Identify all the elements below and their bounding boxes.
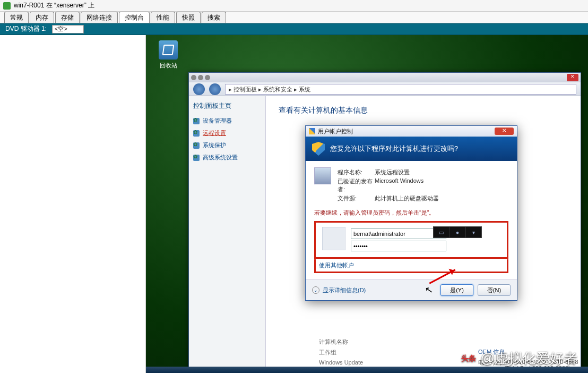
uac-dialog: 用户帐户控制 ✕ 您要允许以下程序对此计算机进行更改吗? 程序名称:系统远程设置… (305, 125, 517, 301)
show-details[interactable]: ⌄ 显示详细信息(D) (312, 286, 366, 294)
watermark: 头条 @虚拟化爱好者 (461, 349, 577, 368)
tab-1[interactable]: 内存 (30, 12, 54, 23)
dvd-bar: DVD 驱动器 1: <空> (0, 23, 588, 35)
gear-icon (193, 118, 200, 124)
window-controls[interactable]: ✕ (567, 74, 578, 81)
xen-title-text: win7-R001 在 “xenserver” 上 (14, 1, 94, 10)
cursor-icon: ↖ (424, 284, 434, 296)
link-item[interactable]: 计算机名称 (319, 338, 383, 346)
link-item[interactable]: Windows Update (319, 359, 383, 366)
tab-7[interactable]: 搜索 (202, 12, 226, 23)
uac-titlebar[interactable]: 用户帐户控制 ✕ (306, 126, 517, 137)
cp-titlebar[interactable]: ✕ (189, 73, 581, 82)
shield-icon (312, 142, 325, 156)
xen-icon (3, 2, 11, 10)
xen-tabs: 常规内存存储网络连接控制台性能快照搜索 (0, 12, 588, 23)
uac-title-text: 用户帐户控制 (318, 128, 353, 135)
sidebar-item-3[interactable]: 高级系统设置 (193, 154, 261, 162)
cp-sidebar: 控制面板主页 设备管理器远程设置系统保护高级系统设置 (189, 96, 266, 369)
recycle-bin-icon (159, 40, 178, 60)
sidebar-item-2[interactable]: 系统保护 (193, 141, 261, 149)
credentials-link-box: 使用其他帐户 (314, 259, 508, 273)
media-toolbar[interactable]: ▭ ● ▾ (433, 226, 482, 238)
uac-header: 您要允许以下程序对此计算机进行更改吗? (306, 137, 517, 161)
dvd-select[interactable]: <空> (52, 25, 84, 33)
tab-5[interactable]: 性能 (151, 12, 175, 23)
tab-0[interactable]: 常规 (4, 12, 29, 23)
no-button[interactable]: 否(N) (478, 284, 511, 296)
gear-icon (193, 130, 200, 137)
tab-4[interactable]: 控制台 (119, 12, 150, 23)
username-field[interactable] (351, 228, 446, 239)
tab-2[interactable]: 存储 (55, 12, 80, 23)
other-account-link[interactable]: 使用其他帐户 (319, 262, 354, 268)
cp-title-left (191, 75, 210, 80)
uac-question: 您要允许以下程序对此计算机进行更改吗? (330, 144, 458, 154)
program-icon (314, 167, 331, 184)
avatar (322, 227, 345, 250)
password-field[interactable] (351, 241, 446, 251)
uac-prompt: 若要继续，请输入管理员密码，然后单击“是”。 (314, 209, 508, 217)
cp-side-header[interactable]: 控制面板主页 (193, 101, 261, 111)
left-blank-panel (0, 35, 146, 373)
media-more-icon[interactable]: ▾ (466, 227, 481, 238)
uac-footer: ⌄ 显示详细信息(D) ↖ 是(Y) 否(N) (306, 279, 517, 300)
guest-desktop[interactable]: lenovo lenovo 回收站 ▭ ● ▾ ✕ ▸ 控制面板 ▸ 系统和安全… (146, 35, 588, 373)
tab-6[interactable]: 快照 (176, 12, 201, 23)
cp-nav: ▸ 控制面板 ▸ 系统和安全 ▸ 系统 (189, 82, 581, 96)
media-screen-icon[interactable]: ▭ (434, 227, 449, 238)
close-icon[interactable]: ✕ (495, 128, 514, 135)
link-item[interactable]: 工作组 (319, 349, 383, 357)
gear-icon (193, 142, 200, 149)
xen-titlebar: win7-R001 在 “xenserver” 上 (0, 0, 588, 12)
toutiao-icon: 头条 (461, 351, 477, 367)
sidebar-item-0[interactable]: 设备管理器 (193, 117, 261, 125)
gear-icon (193, 155, 200, 161)
media-play-icon[interactable]: ● (449, 227, 465, 238)
sidebar-item-1[interactable]: 远程设置 (193, 129, 261, 137)
tab-3[interactable]: 网络连接 (81, 12, 118, 23)
chevron-down-icon: ⌄ (312, 286, 319, 294)
nav-fwd-icon[interactable] (209, 83, 221, 95)
shield-icon (309, 128, 315, 134)
dvd-label: DVD 驱动器 1: (5, 24, 47, 33)
recycle-bin[interactable]: 回收站 (155, 40, 181, 70)
watermark-handle: @虚拟化爱好者 (481, 349, 577, 368)
page-title: 查看有关计算机的基本信息 (279, 106, 568, 115)
nav-back-icon[interactable] (193, 83, 205, 95)
uac-program-info: 程序名称:系统远程设置 已验证的发布者:Microsoft Windows 文件… (314, 167, 508, 204)
recycle-bin-label: 回收站 (155, 62, 181, 70)
breadcrumb[interactable]: ▸ 控制面板 ▸ 系统和安全 ▸ 系统 (225, 84, 576, 95)
close-icon: ✕ (567, 74, 578, 81)
yes-button[interactable]: 是(Y) (440, 284, 473, 296)
